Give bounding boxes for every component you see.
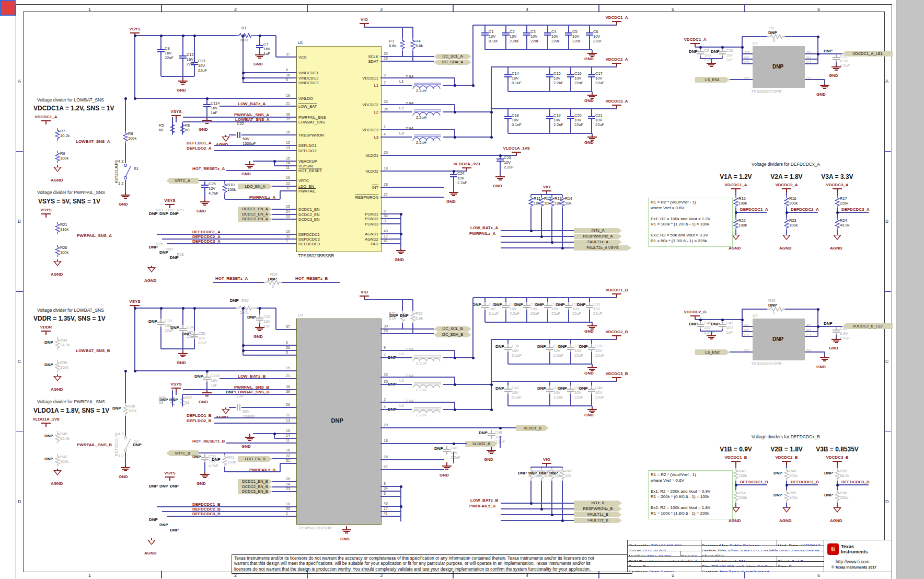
connector-VLDO1_B: VLDO1_B	[516, 425, 549, 431]
gnd-icon	[589, 369, 595, 370]
wire	[592, 406, 592, 408]
cap-value: 0.1uF	[512, 353, 522, 358]
ruler-col-5: 5	[672, 573, 674, 578]
text-50v: 50V	[242, 409, 249, 414]
wire	[220, 106, 285, 106]
capacitor-icon	[523, 305, 530, 306]
junction-dot	[259, 35, 261, 37]
pin-number: 5	[286, 78, 288, 82]
wire	[736, 212, 767, 212]
wire	[229, 407, 236, 407]
resistor-icon	[784, 218, 789, 230]
wire	[392, 491, 401, 491]
capacitor-icon	[588, 74, 595, 75]
wire	[135, 98, 285, 98]
titleblock-value[interactable]: http://www.ti.com/support	[719, 570, 769, 572]
wire	[272, 186, 285, 186]
wire	[485, 322, 592, 322]
cap-voltage: 10V	[451, 450, 457, 455]
cap-ref: C31	[593, 302, 600, 306]
pin-number: 34	[384, 486, 388, 490]
pin-number: 28	[384, 455, 388, 459]
power-flag-VDCDC3_A: VDCDC3_A	[605, 99, 628, 104]
pin-number: 14	[286, 161, 290, 165]
gnd-icon	[589, 411, 595, 412]
junction-dot	[160, 35, 163, 37]
wire	[549, 80, 550, 92]
ruler-tick	[744, 571, 745, 578]
pin-stub	[285, 370, 296, 371]
capacitor-icon	[450, 174, 457, 175]
junction-dot	[540, 235, 543, 238]
loadswitch-dnp: DNP	[772, 64, 783, 70]
capacitor-icon	[237, 132, 238, 138]
gnd-icon	[835, 342, 838, 343]
wire	[282, 282, 340, 282]
capacitor-icon	[586, 32, 593, 33]
dnp-flag: DNP	[400, 313, 409, 318]
text-l2: L2	[399, 106, 403, 110]
res-ref: R10	[227, 183, 235, 187]
wire	[549, 67, 550, 71]
pin-stub	[380, 61, 392, 61]
pin-number: 39	[286, 117, 290, 121]
ti-url[interactable]: http://www.ti.com	[836, 559, 869, 564]
pin-stub	[380, 129, 392, 130]
switch-icon	[122, 163, 133, 181]
power-flag-stem	[45, 213, 46, 218]
pin-number: 35	[384, 380, 388, 383]
capacitor-icon	[523, 32, 530, 33]
text-r30: R30	[241, 298, 249, 303]
formula-note-note_b: R1 = R2 * (Vout/Vref - 1) where Vref = 0…	[648, 470, 733, 519]
text-10-0: 10.0	[240, 310, 248, 315]
wire	[392, 77, 455, 78]
wire	[243, 350, 285, 350]
gnd-icon	[707, 335, 716, 336]
capacitor-icon	[586, 305, 593, 306]
power-flag-VDDR: VDDR	[40, 325, 52, 330]
text-defldo2-b: DEFLDO2_B	[187, 418, 212, 423]
dnp-flag: DNP	[535, 302, 544, 307]
wire	[214, 423, 285, 423]
power-flag-stem	[45, 331, 46, 335]
power-flag-VDCDC2_A: VDCDC2_A	[775, 183, 798, 187]
wire	[194, 308, 194, 331]
pin-number: 35	[384, 107, 388, 111]
ruler-row-B: B	[885, 219, 888, 224]
dnp-flag: DNP	[518, 471, 527, 475]
text-pwrfail-sns-b: PWRFAIL_SNS_B	[77, 442, 112, 447]
junction-dot	[490, 383, 493, 386]
junction-dot	[124, 97, 127, 100]
text-r2: R2	[769, 26, 775, 30]
capacitor-icon	[203, 377, 211, 378]
gnd-icon	[587, 53, 597, 54]
pin-number: 3	[384, 219, 386, 223]
chip-ref-U3: U3	[298, 313, 303, 317]
junction-dot	[453, 170, 455, 173]
cap-voltage: 10V	[704, 53, 711, 58]
gnd-icon	[823, 88, 826, 89]
ruler-row-D: D	[18, 499, 21, 504]
power-flag-VDCDC1_A: VDCDC1_A	[605, 15, 628, 20]
junction-dot	[193, 307, 196, 310]
wire	[824, 80, 825, 84]
pin-name: PAD	[371, 242, 378, 246]
junction-dot	[551, 241, 553, 244]
pin-name: DEFLDO1	[298, 143, 317, 148]
wire	[176, 119, 176, 122]
pin-stub	[285, 355, 296, 355]
connector-FAULT1z_B: FAULT1z_B	[574, 512, 622, 517]
wire	[183, 389, 285, 390]
connector-VDCDC1_A_LS1: VDCDC1_A_LS1	[842, 51, 893, 56]
gnd-icon	[180, 355, 186, 356]
wire	[134, 309, 135, 371]
dnp-flag: DNP	[824, 493, 833, 497]
pin-name: PGND3	[365, 222, 378, 226]
resistor-icon	[123, 131, 128, 143]
cap-voltage: 10V	[595, 348, 602, 353]
connector-DCDC3_EN_B: DCDC3_EN_B	[238, 489, 272, 494]
wire	[280, 463, 280, 472]
junction-dot	[735, 211, 737, 214]
pin-name: TRESPWRON	[298, 133, 324, 138]
text-v3a-3-3v: V3A = 3.3V	[821, 173, 853, 180]
